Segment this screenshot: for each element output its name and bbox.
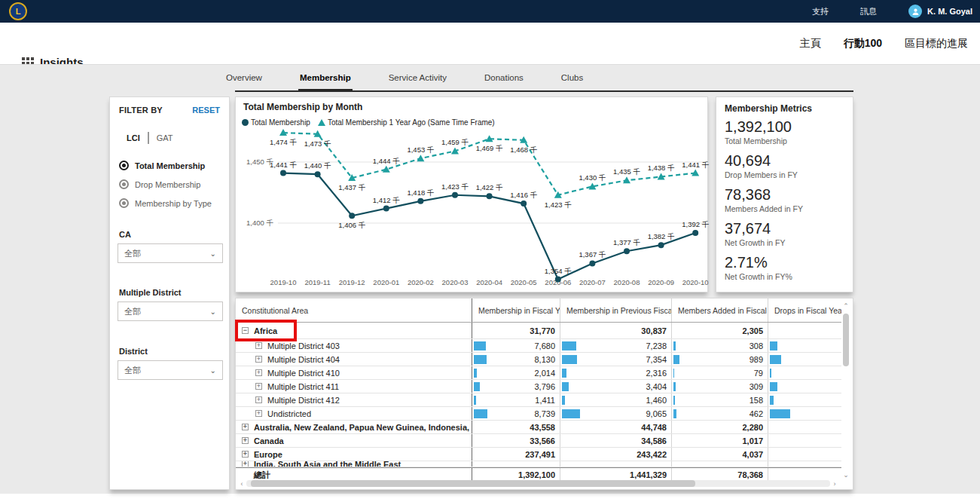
expand-icon[interactable]: + <box>255 410 262 417</box>
data-label: 1,437 千 <box>338 183 365 191</box>
dropdown-select[interactable]: 全部⌄ <box>118 243 223 263</box>
table-cell: 43,558 <box>472 421 560 433</box>
scroll-right-icon[interactable]: › <box>830 480 839 488</box>
cell-value: 989 <box>750 355 768 364</box>
dropdown-select[interactable]: 全部⌄ <box>118 302 223 321</box>
data-point <box>658 242 664 248</box>
row-label-cell: +Multiple District 404 <box>236 353 472 366</box>
toggle-gat[interactable]: GAT <box>149 130 181 145</box>
vertical-scrollbar[interactable]: ⌃ ⌄ <box>841 302 851 479</box>
vertical-scroll-thumb[interactable] <box>843 314 849 366</box>
data-label: 1,444 千 <box>373 157 400 165</box>
tab-clubs[interactable]: Clubs <box>560 68 585 89</box>
metric-label: Net Growth in FY% <box>725 272 803 281</box>
tab-overview[interactable]: Overview <box>224 68 264 89</box>
horizontal-scroll-thumb[interactable] <box>251 480 695 487</box>
data-bar <box>562 409 580 418</box>
table-row[interactable]: +Europe237,491243,4224,037 <box>236 448 841 461</box>
cell-value: 1,411 <box>535 396 560 405</box>
toggle-lci[interactable]: LCI <box>119 130 148 145</box>
table-row[interactable]: +Multiple District 4121,4111,460158 <box>236 393 841 407</box>
expand-icon[interactable]: + <box>242 461 249 467</box>
header-nav-item-0[interactable]: 主頁 <box>800 37 821 51</box>
expand-icon[interactable]: + <box>255 342 262 349</box>
tab-service-activity[interactable]: Service Activity <box>387 68 448 89</box>
radio-membership-by-type[interactable]: Membership by Type <box>119 198 212 208</box>
expand-icon[interactable]: + <box>255 369 262 376</box>
table-row[interactable]: +Canada33,56634,5861,017 <box>236 434 841 448</box>
column-header[interactable]: Members Added in Fiscal Year <box>671 298 768 322</box>
table-row[interactable]: +Multiple District 4048,1307,354989 <box>236 353 841 366</box>
table-row[interactable]: −Africa31,77030,8372,305 <box>236 323 841 339</box>
table-cell: 7,238 <box>560 339 671 352</box>
expand-icon[interactable]: + <box>255 356 262 363</box>
data-point <box>417 198 423 204</box>
scroll-left-icon[interactable]: ‹ <box>237 480 246 488</box>
column-header[interactable]: Membership in Previous Fiscal Year <box>560 298 671 322</box>
row-name: Multiple District 411 <box>267 382 339 391</box>
table-row[interactable]: +Multiple District 4102,0142,31679 <box>236 366 841 380</box>
user-menu[interactable]: K. M. Goyal <box>908 5 972 18</box>
table-cell: 33,566 <box>472 434 560 447</box>
expand-icon[interactable]: + <box>242 424 249 430</box>
lions-logo-icon[interactable]: L <box>9 2 27 20</box>
data-point <box>487 193 493 199</box>
cell-value: 4,037 <box>742 450 768 459</box>
header-nav-item-1[interactable]: 行動100 <box>844 37 882 51</box>
expand-icon[interactable]: + <box>255 383 262 390</box>
collapse-icon[interactable]: − <box>242 327 249 334</box>
row-name: Africa <box>254 326 277 335</box>
table-row[interactable]: +India, South Asia and the Middle East <box>236 461 841 467</box>
table-row[interactable]: +Multiple District 4037,6807,238308 <box>236 339 841 353</box>
table-cell: 30,837 <box>560 323 671 338</box>
radio-total-membership[interactable]: Total Membership <box>119 161 212 170</box>
data-label: 1,469 千 <box>476 144 503 152</box>
legend-item: Total Membership <box>242 118 310 127</box>
data-bar <box>474 369 477 378</box>
row-label-cell: +India, South Asia and the Middle East <box>236 461 472 467</box>
metrics-title: Membership Metrics <box>725 103 812 114</box>
messages-link[interactable]: 訊息 <box>860 6 877 17</box>
horizontal-scrollbar[interactable]: ‹ › <box>237 479 839 488</box>
column-header[interactable]: Membership in Fiscal Year <box>472 298 560 322</box>
data-bar <box>474 341 486 350</box>
x-axis-tick: 2020-03 <box>442 278 469 286</box>
cell-value: 7,238 <box>646 341 671 350</box>
tab-donations[interactable]: Donations <box>483 68 525 89</box>
data-bar <box>770 382 777 391</box>
table-row[interactable]: +Multiple District 4113,7963,404309 <box>236 380 841 393</box>
cell-value: 31,770 <box>530 326 560 335</box>
data-label: 1,406 千 <box>338 221 365 229</box>
scroll-down-icon[interactable]: ⌄ <box>841 470 851 479</box>
data-point <box>692 230 698 236</box>
data-label: 1,438 千 <box>648 164 675 172</box>
cell-value: 9,065 <box>646 409 671 418</box>
table-cell <box>768 366 841 379</box>
radio-drop-membership[interactable]: Drop Membership <box>119 179 212 189</box>
header-nav-item-2[interactable]: 區目標的進展 <box>905 37 968 51</box>
expand-icon[interactable]: + <box>242 451 249 458</box>
row-label-cell: +Multiple District 403 <box>236 339 472 352</box>
row-name: India, South Asia and the Middle East <box>254 461 401 467</box>
tab-membership[interactable]: Membership <box>298 68 353 91</box>
expand-icon[interactable]: + <box>242 437 249 444</box>
table-cell <box>768 393 841 406</box>
table-cell: 1,017 <box>671 434 768 447</box>
data-bar <box>673 355 679 364</box>
support-link[interactable]: 支持 <box>812 6 829 17</box>
line-chart[interactable]: 1,400 千1,450 千2019-102019-112019-122020-… <box>236 129 709 293</box>
x-axis-tick: 2019-11 <box>305 278 331 286</box>
table-row[interactable]: +Australia, New Zealand, Papua New Guine… <box>236 421 841 434</box>
column-header[interactable]: Constitutional Area <box>236 298 472 322</box>
x-axis-tick: 2020-05 <box>511 278 537 286</box>
column-header[interactable]: Drops in Fiscal Year <box>768 298 841 322</box>
scroll-up-icon[interactable]: ⌃ <box>841 302 851 311</box>
data-label: 1,468 千 <box>510 145 537 154</box>
reset-button[interactable]: RESET <box>192 106 220 115</box>
table-row[interactable]: +Undistricted8,7399,065462 <box>236 407 841 421</box>
table-cell: 8,130 <box>472 353 560 366</box>
filter-ca: CA全部⌄ <box>118 230 223 263</box>
cell-value: 309 <box>750 382 768 391</box>
expand-icon[interactable]: + <box>255 396 262 403</box>
dropdown-select[interactable]: 全部⌄ <box>118 360 223 380</box>
